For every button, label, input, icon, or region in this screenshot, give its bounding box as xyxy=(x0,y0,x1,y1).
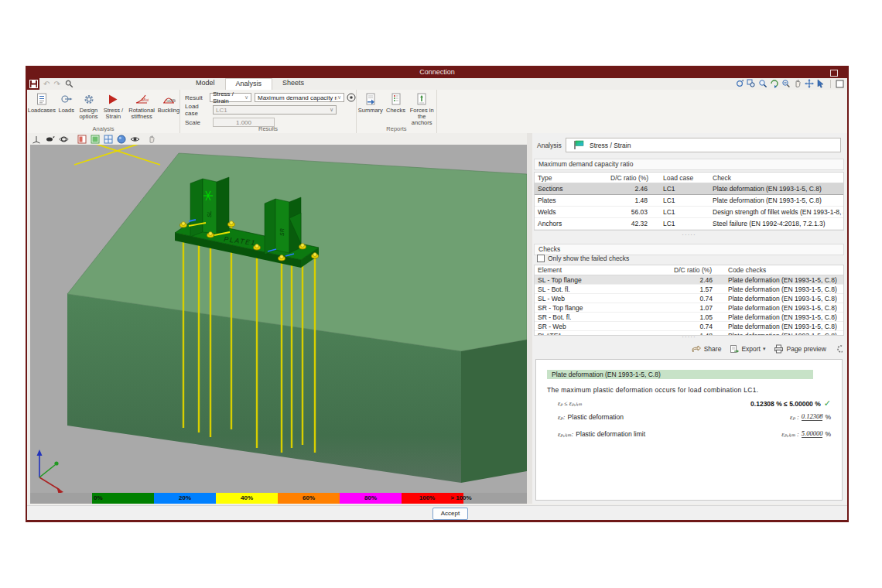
table-row[interactable]: SR - Web0.74Plate deformation (EN 1993-1… xyxy=(535,322,843,331)
table-cell: 1.48 xyxy=(607,195,660,207)
table-row[interactable]: SR - Top flange1.07Plate deformation (EN… xyxy=(535,303,843,313)
load-case-select: LC1 ∨ xyxy=(213,105,337,115)
pan-icon[interactable] xyxy=(793,79,802,88)
zoom-out-icon[interactable] xyxy=(781,79,791,88)
value-link[interactable]: 5.00000 xyxy=(802,429,823,438)
rotational-stiffness-button[interactable]: M\u03c6 Rotational stiffness xyxy=(125,92,158,120)
select-icon[interactable] xyxy=(816,79,826,88)
stress-strain-button[interactable]: Stress / Strain xyxy=(101,92,125,120)
column-header[interactable]: Element xyxy=(535,265,671,275)
column-header[interactable]: Type xyxy=(535,173,607,183)
design-options-button[interactable]: Design options xyxy=(77,92,101,120)
table-row[interactable]: SL - Top flange2.46Plate deformation (EN… xyxy=(535,275,843,285)
flag-icon xyxy=(573,140,585,150)
table-cell: 1.05 xyxy=(671,313,725,322)
forces-anchors-button[interactable]: Forces in the anchors xyxy=(407,92,436,126)
analysis-status-row: Analysis Stress / Strain xyxy=(537,138,841,152)
visibility-eye-icon[interactable] xyxy=(130,135,140,144)
viewport-3d[interactable]: PLATE1 SL xyxy=(30,145,527,504)
transparent-view-icon[interactable] xyxy=(91,135,100,144)
failed-checks-label: Only show the failed checks xyxy=(548,255,629,262)
render-sphere-icon[interactable] xyxy=(117,135,126,144)
column-header[interactable]: Load case xyxy=(660,173,709,183)
main-area: PLATE1 SL xyxy=(27,133,847,504)
summary-button[interactable]: Summary xyxy=(357,92,385,114)
analysis-status-box[interactable]: Stress / Strain xyxy=(566,138,841,152)
loadcases-button[interactable]: Loadcases xyxy=(27,92,56,114)
tab-row: ↶ ↷ Model Analysis Sheets xyxy=(27,78,847,91)
column-header[interactable]: Check xyxy=(709,173,843,183)
orbit-icon[interactable] xyxy=(735,79,744,88)
ribbon-spacer xyxy=(437,90,847,133)
unit: % xyxy=(825,413,831,421)
results-options-icon[interactable] xyxy=(347,93,356,102)
zoom-extents-icon[interactable] xyxy=(747,79,756,88)
share-button[interactable]: Share xyxy=(692,344,722,354)
checks-table: Element D/C ratio (%) Code checks SL - T… xyxy=(534,265,844,336)
checks-label: Checks xyxy=(386,108,405,114)
checks-button[interactable]: Checks xyxy=(385,92,408,114)
loads-button[interactable]: Loads xyxy=(56,92,77,114)
table-row[interactable]: Anchors42.32LC1Steel failure (EN 1992-4:… xyxy=(535,218,843,230)
tab-sheets[interactable]: Sheets xyxy=(272,78,314,90)
search-icon[interactable] xyxy=(65,80,74,88)
column-left xyxy=(190,177,229,237)
tab-model[interactable]: Model xyxy=(186,78,225,90)
panel-splitter[interactable] xyxy=(527,133,532,504)
page-preview-button[interactable]: Page preview xyxy=(774,344,826,354)
zoom-window-icon[interactable] xyxy=(758,79,767,88)
design-options-label: Design options xyxy=(77,108,101,120)
save-button[interactable] xyxy=(27,78,39,90)
column-header[interactable]: D/C ratio (%) xyxy=(607,173,660,183)
share-icon xyxy=(692,344,702,354)
check-detail-description: The maximum plastic deformation occurs f… xyxy=(547,386,831,394)
accept-button[interactable]: Accept xyxy=(432,508,468,520)
formula-result: 0.12308 % ≤ 5.00000 % xyxy=(750,400,821,408)
tab-analysis[interactable]: Analysis xyxy=(225,78,273,90)
column-header[interactable]: D/C ratio (%) xyxy=(671,265,725,275)
undo-icon[interactable]: ↶ xyxy=(43,80,50,89)
column-header[interactable]: Code checks xyxy=(725,265,843,275)
redo-icon[interactable]: ↷ xyxy=(53,80,60,89)
refresh-icon[interactable] xyxy=(770,79,779,88)
layout-panel-icon[interactable] xyxy=(836,80,844,88)
analysis-status-value: Stress / Strain xyxy=(590,142,631,149)
result-mode-select[interactable]: Maximum demand capacity ratio ∨ xyxy=(255,93,344,102)
resize-grip[interactable]: ····· xyxy=(532,234,846,238)
move-icon[interactable] xyxy=(805,79,814,88)
axes-icon[interactable] xyxy=(32,135,41,144)
gear-icon xyxy=(83,92,95,106)
view-rotate-icon[interactable] xyxy=(45,135,55,144)
table-row[interactable]: SR - Bot. fl.1.05Plate deformation (EN 1… xyxy=(535,313,843,322)
window-restore-icon[interactable] xyxy=(830,70,838,77)
value-link[interactable]: 0.12308 xyxy=(802,412,823,421)
app-window: Connection ↶ ↷ Model xyxy=(26,66,849,522)
buckling-button[interactable]: \u03b1cr Buckling xyxy=(158,92,179,114)
export-button[interactable]: Export ▾ xyxy=(730,344,765,354)
failed-checks-filter[interactable]: Only show the failed checks xyxy=(537,255,629,262)
quick-access-toolbar: ↶ ↷ xyxy=(27,78,74,90)
table-row[interactable]: Welds56.03LC1Design strength of fillet w… xyxy=(535,207,843,218)
table-cell: SL - Web xyxy=(535,294,671,303)
wireframe-view-icon[interactable] xyxy=(104,135,113,144)
forces-anchors-icon xyxy=(415,92,428,106)
export-icon xyxy=(730,344,739,354)
table-row[interactable]: SL - Bot. fl.1.57Plate deformation (EN 1… xyxy=(535,285,843,294)
resize-grip[interactable]: ····· xyxy=(532,336,846,340)
result-select[interactable]: Stress / Strain ∨ xyxy=(210,93,251,102)
loads-icon xyxy=(60,92,73,106)
left-column-label: SL xyxy=(207,210,212,217)
table-row[interactable]: Concrete19.58LC1Compressive stress in th… xyxy=(535,230,843,231)
viewport-toolbar xyxy=(30,133,528,145)
failed-checks-checkbox[interactable] xyxy=(537,255,545,262)
pan-hand-icon[interactable] xyxy=(147,135,156,144)
ribbon: Loadcases Loads Design options Stress / … xyxy=(27,90,847,134)
orbit-view-icon[interactable] xyxy=(59,135,69,144)
report-settings-icon[interactable] xyxy=(835,344,843,354)
table-row[interactable]: SL - Web0.74Plate deformation (EN 1993-1… xyxy=(535,294,843,303)
solid-view-icon[interactable] xyxy=(77,135,87,144)
table-row[interactable]: Sections2.46LC1Plate deformation (EN 199… xyxy=(535,183,843,195)
legend-color-bar xyxy=(92,493,463,504)
buckling-label: Buckling xyxy=(158,108,179,114)
table-row[interactable]: Plates1.48LC1Plate deformation (EN 1993-… xyxy=(535,195,843,207)
